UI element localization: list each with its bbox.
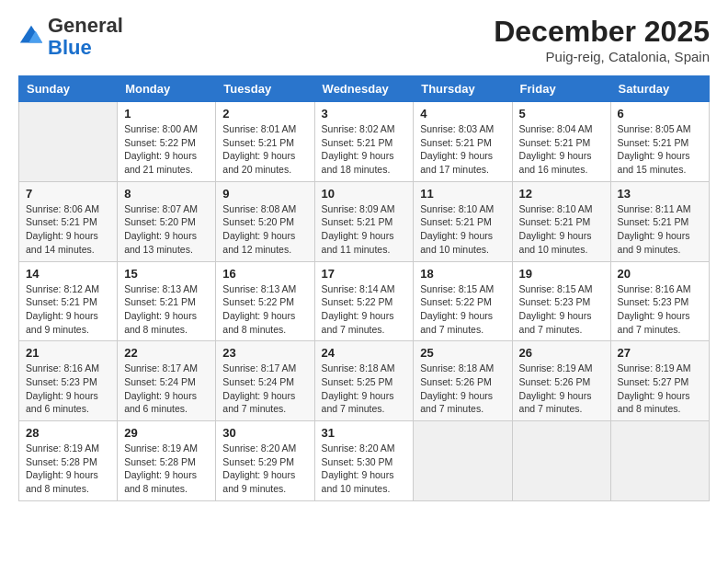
calendar-cell <box>19 102 118 182</box>
location: Puig-reig, Catalonia, Spain <box>494 49 710 64</box>
day-number: 19 <box>519 267 604 281</box>
day-number: 28 <box>26 426 110 440</box>
day-info: Sunrise: 8:15 AM Sunset: 5:23 PM Dayligh… <box>519 282 604 337</box>
day-number: 10 <box>322 187 407 201</box>
day-number: 6 <box>618 107 702 121</box>
day-info: Sunrise: 8:18 AM Sunset: 5:26 PM Dayligh… <box>420 362 505 416</box>
day-info: Sunrise: 8:17 AM Sunset: 5:24 PM Dayligh… <box>222 362 307 416</box>
day-number: 2 <box>222 107 307 121</box>
day-number: 3 <box>322 107 407 121</box>
logo-text: General Blue <box>48 15 123 59</box>
day-number: 17 <box>322 267 407 281</box>
logo-blue: Blue <box>48 36 92 59</box>
calendar-cell: 22Sunrise: 8:17 AM Sunset: 5:24 PM Dayli… <box>118 341 216 421</box>
calendar-cell: 10Sunrise: 8:09 AM Sunset: 5:21 PM Dayli… <box>314 181 414 261</box>
day-info: Sunrise: 8:03 AM Sunset: 5:21 PM Dayligh… <box>420 122 505 177</box>
calendar-cell: 27Sunrise: 8:19 AM Sunset: 5:27 PM Dayli… <box>610 341 709 421</box>
day-info: Sunrise: 8:11 AM Sunset: 5:21 PM Dayligh… <box>618 202 702 257</box>
calendar-cell: 6Sunrise: 8:05 AM Sunset: 5:21 PM Daylig… <box>610 102 709 182</box>
day-number: 13 <box>618 187 702 201</box>
day-info: Sunrise: 8:19 AM Sunset: 5:26 PM Dayligh… <box>519 362 604 416</box>
calendar-cell: 21Sunrise: 8:16 AM Sunset: 5:23 PM Dayli… <box>19 341 118 421</box>
calendar-cell: 20Sunrise: 8:16 AM Sunset: 5:23 PM Dayli… <box>610 261 709 341</box>
page-container: General Blue December 2025 Puig-reig, Ca… <box>0 0 728 516</box>
day-info: Sunrise: 8:07 AM Sunset: 5:20 PM Dayligh… <box>124 202 209 257</box>
day-number: 27 <box>618 346 702 360</box>
logo-general: General <box>48 14 123 37</box>
week-row-1: 7Sunrise: 8:06 AM Sunset: 5:21 PM Daylig… <box>19 181 710 261</box>
day-info: Sunrise: 8:04 AM Sunset: 5:21 PM Dayligh… <box>519 122 604 177</box>
day-info: Sunrise: 8:19 AM Sunset: 5:27 PM Dayligh… <box>618 362 702 416</box>
header: General Blue December 2025 Puig-reig, Ca… <box>18 15 710 64</box>
day-info: Sunrise: 8:08 AM Sunset: 5:20 PM Dayligh… <box>222 202 307 257</box>
day-info: Sunrise: 8:19 AM Sunset: 5:28 PM Dayligh… <box>26 442 110 496</box>
day-number: 20 <box>618 267 702 281</box>
day-number: 23 <box>222 346 307 360</box>
day-info: Sunrise: 8:12 AM Sunset: 5:21 PM Dayligh… <box>26 282 110 337</box>
weekday-header-thursday: Thursday <box>414 76 512 102</box>
calendar-cell: 17Sunrise: 8:14 AM Sunset: 5:22 PM Dayli… <box>314 261 414 341</box>
day-number: 7 <box>26 187 110 201</box>
day-number: 25 <box>420 346 505 360</box>
day-number: 1 <box>124 107 209 121</box>
calendar-cell: 18Sunrise: 8:15 AM Sunset: 5:22 PM Dayli… <box>414 261 512 341</box>
calendar-cell <box>414 421 512 501</box>
calendar-cell: 12Sunrise: 8:10 AM Sunset: 5:21 PM Dayli… <box>512 181 610 261</box>
calendar-header: SundayMondayTuesdayWednesdayThursdayFrid… <box>19 76 710 102</box>
week-row-0: 1Sunrise: 8:00 AM Sunset: 5:22 PM Daylig… <box>19 102 710 182</box>
day-number: 21 <box>26 346 110 360</box>
logo: General Blue <box>18 15 123 59</box>
calendar-cell: 29Sunrise: 8:19 AM Sunset: 5:28 PM Dayli… <box>118 421 216 501</box>
day-number: 22 <box>124 346 209 360</box>
weekday-header-row: SundayMondayTuesdayWednesdayThursdayFrid… <box>19 76 710 102</box>
calendar-cell: 4Sunrise: 8:03 AM Sunset: 5:21 PM Daylig… <box>414 102 512 182</box>
calendar-cell: 28Sunrise: 8:19 AM Sunset: 5:28 PM Dayli… <box>19 421 118 501</box>
calendar-cell: 7Sunrise: 8:06 AM Sunset: 5:21 PM Daylig… <box>19 181 118 261</box>
day-info: Sunrise: 8:13 AM Sunset: 5:21 PM Dayligh… <box>124 282 209 337</box>
calendar-cell: 25Sunrise: 8:18 AM Sunset: 5:26 PM Dayli… <box>414 341 512 421</box>
weekday-header-sunday: Sunday <box>19 76 118 102</box>
calendar-cell: 3Sunrise: 8:02 AM Sunset: 5:21 PM Daylig… <box>314 102 414 182</box>
week-row-3: 21Sunrise: 8:16 AM Sunset: 5:23 PM Dayli… <box>19 341 710 421</box>
day-info: Sunrise: 8:09 AM Sunset: 5:21 PM Dayligh… <box>322 202 407 257</box>
month-title: December 2025 <box>494 15 710 49</box>
day-number: 11 <box>420 187 505 201</box>
calendar-cell: 30Sunrise: 8:20 AM Sunset: 5:29 PM Dayli… <box>216 421 314 501</box>
day-info: Sunrise: 8:14 AM Sunset: 5:22 PM Dayligh… <box>322 282 407 337</box>
title-block: December 2025 Puig-reig, Catalonia, Spai… <box>494 15 710 64</box>
day-info: Sunrise: 8:15 AM Sunset: 5:22 PM Dayligh… <box>420 282 505 337</box>
day-number: 31 <box>322 426 407 440</box>
day-info: Sunrise: 8:13 AM Sunset: 5:22 PM Dayligh… <box>222 282 307 337</box>
week-row-4: 28Sunrise: 8:19 AM Sunset: 5:28 PM Dayli… <box>19 421 710 501</box>
day-info: Sunrise: 8:20 AM Sunset: 5:30 PM Dayligh… <box>322 442 407 496</box>
calendar-cell: 8Sunrise: 8:07 AM Sunset: 5:20 PM Daylig… <box>118 181 216 261</box>
day-number: 30 <box>222 426 307 440</box>
day-number: 29 <box>124 426 209 440</box>
day-number: 8 <box>124 187 209 201</box>
day-info: Sunrise: 8:18 AM Sunset: 5:25 PM Dayligh… <box>322 362 407 416</box>
logo-icon <box>18 24 44 50</box>
calendar-cell: 24Sunrise: 8:18 AM Sunset: 5:25 PM Dayli… <box>314 341 414 421</box>
day-info: Sunrise: 8:05 AM Sunset: 5:21 PM Dayligh… <box>618 122 702 177</box>
calendar-cell: 14Sunrise: 8:12 AM Sunset: 5:21 PM Dayli… <box>19 261 118 341</box>
day-info: Sunrise: 8:19 AM Sunset: 5:28 PM Dayligh… <box>124 442 209 496</box>
weekday-header-tuesday: Tuesday <box>216 76 314 102</box>
week-row-2: 14Sunrise: 8:12 AM Sunset: 5:21 PM Dayli… <box>19 261 710 341</box>
weekday-header-wednesday: Wednesday <box>314 76 414 102</box>
day-number: 18 <box>420 267 505 281</box>
calendar-cell: 1Sunrise: 8:00 AM Sunset: 5:22 PM Daylig… <box>118 102 216 182</box>
day-info: Sunrise: 8:10 AM Sunset: 5:21 PM Dayligh… <box>420 202 505 257</box>
weekday-header-saturday: Saturday <box>610 76 709 102</box>
calendar-cell: 9Sunrise: 8:08 AM Sunset: 5:20 PM Daylig… <box>216 181 314 261</box>
day-number: 12 <box>519 187 604 201</box>
calendar-cell: 13Sunrise: 8:11 AM Sunset: 5:21 PM Dayli… <box>610 181 709 261</box>
day-info: Sunrise: 8:16 AM Sunset: 5:23 PM Dayligh… <box>618 282 702 337</box>
calendar-cell: 26Sunrise: 8:19 AM Sunset: 5:26 PM Dayli… <box>512 341 610 421</box>
calendar-cell: 16Sunrise: 8:13 AM Sunset: 5:22 PM Dayli… <box>216 261 314 341</box>
day-number: 5 <box>519 107 604 121</box>
day-info: Sunrise: 8:17 AM Sunset: 5:24 PM Dayligh… <box>124 362 209 416</box>
day-number: 26 <box>519 346 604 360</box>
calendar-cell <box>610 421 709 501</box>
weekday-header-monday: Monday <box>118 76 216 102</box>
calendar-cell: 15Sunrise: 8:13 AM Sunset: 5:21 PM Dayli… <box>118 261 216 341</box>
